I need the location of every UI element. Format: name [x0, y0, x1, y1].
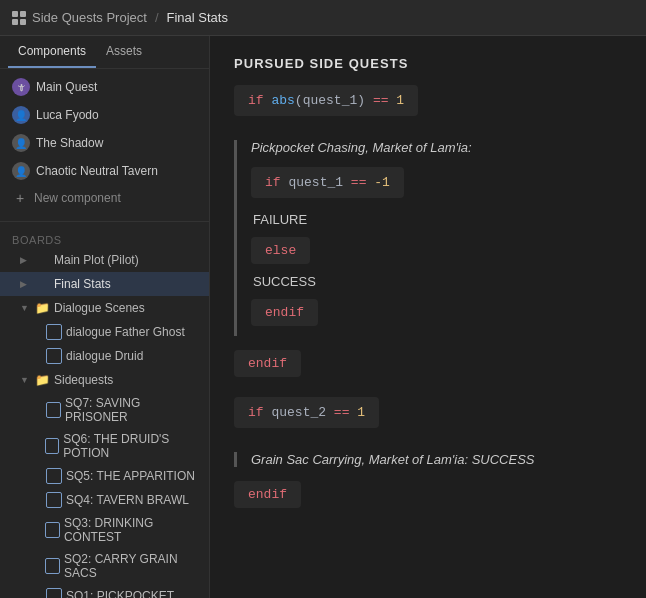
- code-endif-bottom: endif: [234, 481, 301, 508]
- sq4[interactable]: SQ4: TAVERN BRAWL: [0, 488, 209, 512]
- section-heading: PURSUED SIDE QUESTS: [234, 56, 622, 71]
- main-layout: Components Assets 🗡 Main Quest 👤 Luca Fy…: [0, 36, 646, 598]
- code-endif-outer: endif: [234, 350, 301, 377]
- folder-icon: 📁: [34, 372, 50, 388]
- sidebar-divider: [0, 221, 209, 222]
- sub-section-grain-sac-title: Grain Sac Carrying, Market of Lam'ia: SU…: [251, 452, 622, 467]
- dialogue-icon: [46, 468, 62, 484]
- sq1[interactable]: SQ1: PICKPOCKET: [0, 584, 209, 598]
- new-component-button[interactable]: + New component: [0, 185, 209, 211]
- sidebar: Components Assets 🗡 Main Quest 👤 Luca Fy…: [0, 36, 210, 598]
- main-content: PURSUED SIDE QUESTS if abs(quest_1) == 1…: [210, 36, 646, 598]
- folder-dialogue-scenes-label: Dialogue Scenes: [54, 301, 145, 315]
- dialogue-icon: [46, 588, 62, 598]
- sidebar-tabs: Components Assets: [0, 36, 209, 69]
- header-project: Side Quests Project: [32, 10, 147, 25]
- dialogue-druid[interactable]: dialogue Druid: [0, 344, 209, 368]
- chevron-icon: ▶: [20, 255, 30, 265]
- folder-icon: 📁: [34, 300, 50, 316]
- plus-icon: +: [12, 190, 28, 206]
- success-label: SUCCESS: [251, 274, 622, 289]
- sq6[interactable]: SQ6: THE DRUID'S POTION: [0, 428, 209, 464]
- code-else: else: [251, 237, 310, 264]
- dialogue-icon: [46, 492, 62, 508]
- dialogue-icon: [46, 402, 61, 418]
- chevron-icon: ▼: [20, 303, 30, 313]
- dialogue-icon: [45, 522, 60, 538]
- app-icon: [12, 11, 26, 25]
- tab-assets[interactable]: Assets: [96, 36, 152, 68]
- top-code-block: if abs(quest_1) == 1: [234, 85, 418, 116]
- boards-label: Boards: [0, 228, 209, 248]
- sub-section-pickpocket-title: Pickpocket Chasing, Market of Lam'ia:: [251, 140, 622, 155]
- label-the-shadow: The Shadow: [36, 136, 103, 150]
- code-if-quest2: if quest_2 == 1: [234, 397, 379, 428]
- sq1-label: SQ1: PICKPOCKET: [66, 589, 174, 598]
- sq5[interactable]: SQ5: THE APPARITION: [0, 464, 209, 488]
- keyword-if: if: [248, 93, 264, 108]
- avatar-the-shadow: 👤: [12, 134, 30, 152]
- tab-components[interactable]: Components: [8, 36, 96, 68]
- code-if-quest1: if quest_1 == -1: [251, 167, 404, 198]
- avatar-luca-fyodo: 👤: [12, 106, 30, 124]
- sq2[interactable]: SQ2: CARRY GRAIN SACS: [0, 548, 209, 584]
- dialogue-druid-label: dialogue Druid: [66, 349, 143, 363]
- failure-label: FAILURE: [251, 212, 622, 227]
- keyword-func: abs: [271, 93, 294, 108]
- avatar-chaotic-neutral-tavern: 👤: [12, 162, 30, 180]
- board-final-stats[interactable]: ▶ Final Stats: [0, 272, 209, 296]
- folder-sidequests-label: Sidequests: [54, 373, 113, 387]
- sidebar-item-chaotic-neutral-tavern[interactable]: 👤 Chaotic Neutral Tavern: [0, 157, 209, 185]
- avatar-main-quest: 🗡: [12, 78, 30, 96]
- sidebar-item-the-shadow[interactable]: 👤 The Shadow: [0, 129, 209, 157]
- sq4-label: SQ4: TAVERN BRAWL: [66, 493, 189, 507]
- sub-section-pickpocket: Pickpocket Chasing, Market of Lam'ia: if…: [234, 140, 622, 336]
- board-icon: [34, 276, 50, 292]
- dialogue-icon: [45, 558, 60, 574]
- sq3-label: SQ3: DRINKING CONTEST: [64, 516, 201, 544]
- dialogue-father-ghost-label: dialogue Father Ghost: [66, 325, 185, 339]
- label-luca-fyodo: Luca Fyodo: [36, 108, 99, 122]
- dialogue-father-ghost[interactable]: dialogue Father Ghost: [0, 320, 209, 344]
- board-main-plot[interactable]: ▶ Main Plot (Pilot): [0, 248, 209, 272]
- code-endif-inner: endif: [251, 299, 318, 326]
- dialogue-icon: [46, 324, 62, 340]
- folder-sidequests[interactable]: ▼ 📁 Sidequests: [0, 368, 209, 392]
- board-main-plot-label: Main Plot (Pilot): [54, 253, 139, 267]
- chevron-icon: ▶: [20, 279, 30, 289]
- sq3[interactable]: SQ3: DRINKING CONTEST: [0, 512, 209, 548]
- sq7-label: SQ7: SAVING PRISONER: [65, 396, 201, 424]
- sq7[interactable]: SQ7: SAVING PRISONER: [0, 392, 209, 428]
- chevron-icon: ▼: [20, 375, 30, 385]
- sq6-label: SQ6: THE DRUID'S POTION: [63, 432, 201, 460]
- components-section: 🗡 Main Quest 👤 Luca Fyodo 👤 The Shadow 👤…: [0, 69, 209, 215]
- sub-section-grain-sac: Grain Sac Carrying, Market of Lam'ia: SU…: [234, 452, 622, 467]
- dialogue-icon: [45, 438, 59, 454]
- board-icon: [34, 252, 50, 268]
- sq2-label: SQ2: CARRY GRAIN SACS: [64, 552, 201, 580]
- label-chaotic-neutral-tavern: Chaotic Neutral Tavern: [36, 164, 158, 178]
- sq5-label: SQ5: THE APPARITION: [66, 469, 195, 483]
- sidebar-item-main-quest[interactable]: 🗡 Main Quest: [0, 73, 209, 101]
- label-main-quest: Main Quest: [36, 80, 97, 94]
- dialogue-icon: [46, 348, 62, 364]
- new-component-label: New component: [34, 191, 121, 205]
- board-final-stats-label: Final Stats: [54, 277, 111, 291]
- header-title: Final Stats: [167, 10, 228, 25]
- sidebar-item-luca-fyodo[interactable]: 👤 Luca Fyodo: [0, 101, 209, 129]
- header: Side Quests Project / Final Stats: [0, 0, 646, 36]
- header-separator: /: [155, 10, 159, 25]
- folder-dialogue-scenes[interactable]: ▼ 📁 Dialogue Scenes: [0, 296, 209, 320]
